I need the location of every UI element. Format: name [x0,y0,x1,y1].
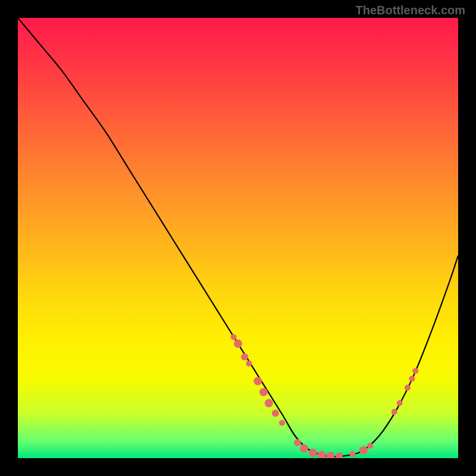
marker-dot [294,439,301,446]
marker-dot [392,409,397,415]
marker-dot [405,385,411,391]
marker-dot [336,452,343,458]
marker-dots [231,334,419,459]
marker-dot [326,452,334,458]
marker-dot [409,376,415,382]
chart-svg [18,18,458,458]
watermark-text: TheBottleneck.com [356,4,465,17]
bottleneck-curve [18,18,458,456]
marker-dot [234,340,242,348]
marker-dot [253,377,262,386]
marker-dot [367,443,373,449]
marker-dot [359,446,368,455]
marker-dot [272,410,279,417]
marker-dot [279,420,285,426]
marker-dot [265,399,273,408]
marker-dot [397,400,403,406]
marker-dot [259,388,268,396]
marker-dot [300,444,308,453]
marker-dot [309,449,317,457]
marker-dot [349,451,355,457]
marker-dot [318,451,326,458]
marker-dot [231,334,237,340]
marker-dot [241,353,248,361]
plot-area [18,18,458,458]
marker-dot [412,368,418,374]
marker-dot [246,361,252,367]
